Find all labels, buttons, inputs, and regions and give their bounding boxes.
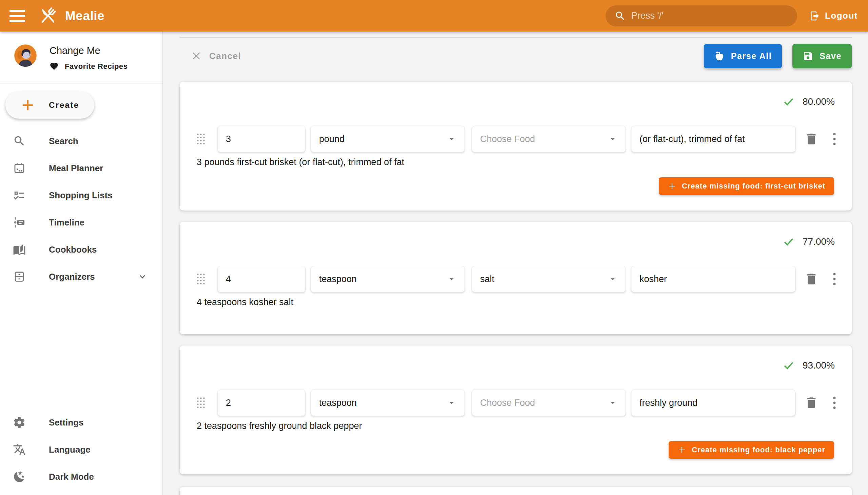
delete-ingredient-icon[interactable]	[804, 132, 818, 146]
drag-handle-icon[interactable]	[197, 397, 205, 409]
favorite-recipes-link[interactable]: Favorite Recipes	[50, 62, 128, 71]
confidence-percent: 80.00%	[803, 96, 835, 107]
translate-icon	[13, 443, 26, 456]
drag-handle-icon[interactable]	[197, 273, 205, 285]
dropdown-caret-icon	[447, 398, 456, 408]
user-name: Change Me	[50, 45, 128, 56]
plus-icon	[21, 98, 35, 112]
confidence-check-icon	[782, 359, 795, 372]
dropdown-caret-icon	[447, 134, 456, 144]
checklist-icon	[13, 189, 26, 202]
ingredient-fields-row: 3 pound Choose Food (or flat-cut), trimm…	[197, 126, 852, 152]
drag-handle-icon[interactable]	[197, 133, 205, 145]
note-input[interactable]: (or flat-cut), trimmed of fat	[631, 126, 796, 152]
dropdown-caret-icon	[608, 274, 617, 284]
quantity-input[interactable]: 4	[217, 266, 306, 292]
sidebar-footer: Settings Language Dark Mode	[0, 409, 163, 495]
gear-icon	[13, 416, 26, 429]
missing-food-row: Create missing food: black pepper	[180, 441, 834, 459]
unit-select[interactable]: teaspoon	[310, 390, 465, 416]
main-content: Cancel Parse All Save	[163, 32, 868, 495]
sidebar-item-organizers[interactable]: Organizers	[0, 263, 163, 290]
original-ingredient-text: 4 teaspoons kosher salt	[197, 297, 852, 309]
note-input[interactable]: freshly ground	[631, 390, 796, 416]
plus-icon	[678, 445, 686, 454]
sidebar-item-settings[interactable]: Settings	[0, 409, 163, 436]
app-title: Mealie	[65, 9, 104, 23]
unit-select[interactable]: pound	[310, 126, 465, 152]
file-cabinet-icon	[13, 270, 26, 283]
chevron-down-icon	[137, 271, 148, 283]
unit-select[interactable]: teaspoon	[310, 266, 465, 292]
scrolled-card-edge	[180, 37, 852, 38]
confidence-row: 80.00%	[180, 82, 852, 108]
quantity-input[interactable]: 3	[217, 126, 306, 152]
sidebar-item-dark-mode[interactable]: Dark Mode	[0, 463, 163, 490]
book-open-icon	[13, 243, 26, 256]
parser-toolbar: Cancel Parse All Save	[180, 44, 852, 68]
ingredient-fields-row: 2 teaspoon Choose Food freshly ground	[197, 390, 852, 416]
heart-icon	[50, 62, 59, 71]
search-icon	[614, 10, 626, 22]
sidebar-item-search[interactable]: Search	[0, 127, 163, 155]
floppy-save-icon	[803, 51, 813, 62]
cancel-button[interactable]: Cancel	[191, 51, 241, 62]
confidence-check-icon	[782, 235, 795, 248]
food-select-value: Choose Food	[480, 134, 535, 144]
food-select-value: salt	[480, 274, 494, 285]
logout-button[interactable]: Logout	[809, 11, 858, 21]
original-ingredient-text: 2 teaspoons freshly ground black pepper	[197, 421, 852, 432]
plus-icon	[668, 182, 677, 190]
sidebar-nav: Search Meal Planner	[0, 127, 163, 290]
confidence-percent: 77.00%	[803, 236, 835, 247]
search-icon	[13, 135, 26, 148]
global-search-input[interactable]: Press '/'	[606, 5, 797, 27]
note-input[interactable]: kosher	[631, 266, 796, 292]
ingredient-card: 93.00% 2 teaspoon Choose F	[180, 345, 852, 474]
avatar[interactable]	[14, 45, 37, 67]
apple-icon	[714, 51, 725, 62]
more-options-icon[interactable]	[832, 273, 837, 286]
calendar-icon	[13, 162, 26, 175]
dropdown-caret-icon	[608, 398, 617, 408]
confidence-percent: 93.00%	[803, 360, 835, 371]
parse-all-button[interactable]: Parse All	[704, 44, 782, 68]
menu-icon[interactable]	[10, 10, 25, 22]
sidebar: Change Me Favorite Recipes Create	[0, 32, 163, 495]
confidence-check-icon	[782, 95, 795, 108]
more-options-icon[interactable]	[832, 396, 837, 409]
mealie-app: Mealie Press '/' Logout	[0, 0, 868, 495]
close-icon	[191, 51, 202, 62]
dropdown-caret-icon	[608, 134, 617, 144]
sidebar-item-language[interactable]: Language	[0, 436, 163, 463]
more-options-icon[interactable]	[832, 133, 837, 146]
save-button[interactable]: Save	[793, 44, 852, 68]
create-button[interactable]: Create	[5, 91, 94, 119]
food-select[interactable]: Choose Food	[472, 126, 626, 152]
quantity-input[interactable]: 2	[217, 390, 306, 416]
ingredient-card: 77.00% 4 teaspoon salt	[180, 222, 852, 334]
dropdown-caret-icon	[447, 274, 456, 284]
timeline-icon	[13, 216, 26, 229]
ingredient-card: 80.00% 3 pound Choose Food	[180, 82, 852, 210]
sidebar-item-timeline[interactable]: Timeline	[0, 209, 163, 236]
sidebar-item-cookbooks[interactable]: Cookbooks	[0, 236, 163, 263]
food-select[interactable]: Choose Food	[472, 390, 626, 416]
delete-ingredient-icon[interactable]	[804, 396, 818, 410]
moon-stars-icon	[13, 470, 26, 483]
logout-icon	[809, 11, 820, 21]
delete-ingredient-icon[interactable]	[804, 272, 818, 286]
ingredient-card-partial	[180, 487, 852, 495]
sidebar-divider	[0, 83, 163, 83]
create-missing-food-button[interactable]: Create missing food: first-cut brisket	[659, 177, 834, 195]
ingredient-cards: 80.00% 3 pound Choose Food	[180, 82, 852, 474]
original-ingredient-text: 3 pounds first-cut brisket (or flat-cut)…	[197, 157, 852, 169]
missing-food-row: Create missing food: first-cut brisket	[180, 177, 834, 195]
create-missing-food-button[interactable]: Create missing food: black pepper	[669, 441, 834, 459]
sidebar-item-meal-planner[interactable]: Meal Planner	[0, 155, 163, 182]
confidence-row: 93.00%	[180, 345, 852, 372]
sidebar-item-shopping-lists[interactable]: Shopping Lists	[0, 182, 163, 209]
food-select[interactable]: salt	[472, 266, 626, 292]
mealie-logo-icon	[37, 5, 58, 27]
user-block: Change Me Favorite Recipes	[0, 32, 163, 83]
